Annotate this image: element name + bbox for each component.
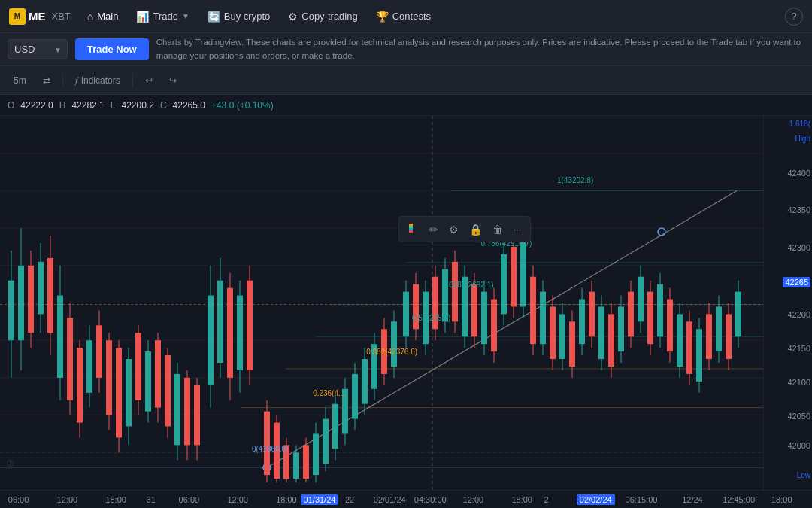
toolbar-separator-1: [62, 73, 63, 88]
currency-select[interactable]: USD BTC ETH: [8, 39, 68, 59]
svg-rect-2: [409, 228, 413, 230]
time-0600-2: 06:00: [179, 495, 200, 504]
float-lock-button[interactable]: 🔒: [465, 221, 486, 239]
svg-rect-88: [323, 419, 329, 464]
tradingview-watermark: ⑦: [6, 458, 14, 469]
time-0600-1: 06:00: [8, 495, 29, 504]
logo-text: ME: [29, 10, 46, 23]
svg-rect-110: [432, 277, 438, 330]
time-axis: 06:00 12:00 18:00 31 06:00 12:00 18:00 0…: [0, 490, 812, 508]
price-current: 42265: [783, 277, 810, 287]
compare-button[interactable]: ⇄: [37, 72, 56, 89]
svg-rect-154: [647, 292, 653, 345]
float-pencil-button[interactable]: ✏: [425, 221, 443, 239]
svg-rect-106: [413, 284, 419, 330]
help-button[interactable]: ?: [785, 8, 803, 26]
time-1800-4: 18:00: [771, 495, 792, 504]
svg-rect-42: [86, 340, 92, 393]
svg-rect-98: [371, 344, 377, 389]
time-0615: 06:15:00: [626, 495, 658, 504]
nav-label-main: Main: [97, 11, 118, 22]
fib-pencil-button[interactable]: [404, 220, 423, 239]
svg-rect-58: [165, 355, 171, 426]
nav-label-contests: Contests: [392, 11, 431, 22]
time-0430: 04:30:00: [414, 495, 447, 504]
svg-rect-60: [174, 374, 180, 445]
svg-rect-72: [237, 296, 243, 370]
svg-rect-140: [579, 300, 585, 345]
price-42050: 42050: [787, 412, 810, 421]
svg-rect-78: [274, 423, 280, 479]
time-0201: 02/01/24: [374, 495, 406, 504]
time-1224: 12/24: [682, 495, 703, 504]
float-more-button[interactable]: ···: [509, 221, 526, 238]
svg-rect-136: [559, 314, 565, 359]
low-value: 42200.2: [121, 100, 153, 111]
svg-rect-52: [135, 333, 141, 400]
open-value: 42222.0: [20, 100, 53, 111]
svg-rect-138: [569, 321, 575, 367]
float-settings-button[interactable]: ⚙: [444, 221, 463, 239]
redo-icon: ↪: [169, 75, 177, 86]
nav-item-buy-crypto[interactable]: 🔄 Buy crypto: [200, 6, 277, 27]
svg-rect-62: [184, 378, 190, 445]
svg-rect-40: [77, 348, 83, 422]
svg-rect-36: [57, 296, 63, 378]
svg-rect-86: [313, 433, 319, 475]
change-value: +43.0 (+0.10%): [211, 100, 274, 111]
svg-rect-90: [332, 404, 338, 449]
nav-label-buy-crypto: Buy crypto: [224, 11, 270, 22]
chart-inner[interactable]: ✏ ⚙ 🔒 🗑 ···: [0, 116, 812, 490]
svg-rect-56: [155, 340, 161, 407]
time-1200-1: 12:00: [57, 495, 78, 504]
svg-rect-92: [342, 389, 348, 434]
float-delete-button[interactable]: 🗑: [488, 221, 508, 239]
svg-rect-126: [511, 247, 517, 307]
undo-icon: ↩: [145, 75, 153, 86]
svg-rect-108: [423, 292, 429, 345]
nav-item-contests[interactable]: 🏆 Contests: [368, 6, 438, 27]
svg-rect-50: [126, 359, 132, 426]
svg-rect-114: [452, 262, 458, 322]
svg-rect-170: [726, 314, 732, 359]
svg-rect-130: [530, 277, 536, 344]
svg-rect-32: [38, 262, 44, 315]
svg-rect-3: [409, 230, 413, 233]
copy-trading-icon: ⚙: [288, 11, 298, 23]
time-1200-3: 12:00: [463, 495, 484, 504]
redo-button[interactable]: ↪: [163, 72, 183, 89]
indicators-button[interactable]: 𝑓 Indicators: [69, 71, 126, 90]
svg-rect-144: [598, 306, 604, 359]
svg-rect-152: [638, 277, 644, 322]
nav-item-trade[interactable]: 📊 Trade ▼: [129, 6, 196, 27]
svg-rect-74: [247, 281, 253, 370]
chart-svg[interactable]: [0, 116, 763, 490]
nav-label-copy-trading: Copy-trading: [301, 11, 357, 22]
trade-now-button[interactable]: Trade Now: [75, 38, 149, 60]
open-label: O: [8, 100, 14, 111]
close-value: 42265.0: [173, 100, 205, 111]
symbol-bar: USD BTC ETH ▼ Trade Now Charts by Tradin…: [0, 33, 812, 66]
svg-rect-44: [96, 325, 102, 378]
svg-rect-26: [8, 281, 14, 341]
nav-item-copy-trading[interactable]: ⚙ Copy-trading: [280, 6, 365, 27]
nav-item-main[interactable]: ⌂ Main: [80, 6, 126, 27]
svg-rect-82: [293, 452, 299, 479]
timeframe-button[interactable]: 5m: [8, 72, 32, 89]
price-high-label: High: [795, 135, 810, 143]
svg-rect-70: [227, 288, 233, 378]
trade-icon: 📊: [136, 11, 149, 23]
svg-rect-166: [706, 314, 712, 359]
time-2: 2: [544, 495, 549, 504]
contests-icon: 🏆: [376, 11, 389, 23]
price-42400: 42400: [787, 169, 810, 178]
svg-rect-30: [28, 266, 34, 333]
close-label: C: [160, 100, 167, 111]
time-31: 31: [146, 495, 155, 504]
svg-rect-66: [208, 296, 214, 385]
svg-rect-84: [303, 445, 309, 479]
svg-rect-134: [550, 306, 556, 359]
time-1800-2: 18:00: [276, 495, 297, 504]
undo-button[interactable]: ↩: [139, 72, 159, 89]
logo: M ME XBT: [9, 8, 71, 25]
